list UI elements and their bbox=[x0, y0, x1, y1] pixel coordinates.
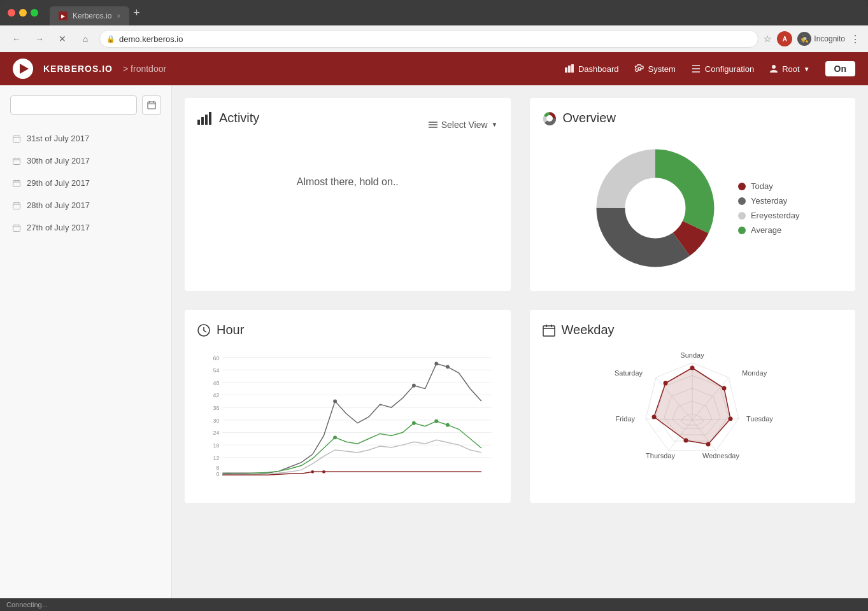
svg-rect-6 bbox=[13, 136, 20, 142]
nav-configuration[interactable]: Configuration bbox=[691, 64, 754, 74]
svg-marker-99 bbox=[654, 368, 730, 444]
app-logo bbox=[13, 59, 33, 79]
browser-toolbar: ← → ✕ ⌂ 🔒 demo.kerberos.io ☆ A 🕵 Incogni… bbox=[0, 25, 868, 52]
legend-label: Average bbox=[751, 225, 781, 235]
tab-close-button[interactable]: × bbox=[117, 13, 120, 20]
select-view-arrow: ▼ bbox=[492, 121, 498, 128]
nav-user[interactable]: Root ▼ bbox=[769, 64, 809, 74]
svg-text:60: 60 bbox=[213, 355, 220, 362]
svg-rect-7 bbox=[13, 158, 20, 164]
hour-chart-svg: 60 54 48 42 36 30 24 18 12 6 0 bbox=[197, 350, 498, 477]
svg-point-106 bbox=[664, 381, 668, 386]
legend-label: Today bbox=[751, 181, 773, 191]
svg-rect-2 bbox=[571, 64, 574, 73]
sidebar-dates-list: 31st of July 2017 30th of July 2017 29th… bbox=[0, 127, 171, 239]
weekday-icon bbox=[543, 324, 555, 337]
home-button[interactable]: ⌂ bbox=[76, 30, 94, 48]
radar-chart-container: .radar-grid { fill: none; stroke: #ddd; … bbox=[543, 350, 843, 490]
header-nav: Dashboard System Configuration Root ▼ On bbox=[564, 61, 855, 76]
forward-button[interactable]: → bbox=[31, 30, 48, 48]
svg-point-70 bbox=[412, 384, 416, 388]
svg-point-78 bbox=[322, 470, 325, 474]
tab-favicon bbox=[59, 11, 68, 20]
dashboard-icon bbox=[564, 64, 574, 74]
sidebar-date-item[interactable]: 28th of July 2017 bbox=[0, 194, 171, 216]
svg-point-100 bbox=[690, 366, 695, 370]
svg-text:6: 6 bbox=[216, 465, 219, 471]
weekday-title: Weekday bbox=[543, 323, 843, 337]
hour-chart: 60 54 48 42 36 30 24 18 12 6 0 bbox=[197, 350, 498, 477]
incognito-label: Incognito bbox=[814, 34, 845, 43]
svg-point-75 bbox=[434, 419, 438, 423]
svg-rect-14 bbox=[209, 112, 211, 125]
minimize-button[interactable] bbox=[19, 9, 27, 17]
active-tab[interactable]: Kerberos.io × bbox=[50, 6, 129, 25]
svg-point-74 bbox=[412, 421, 416, 425]
select-view-button[interactable]: Select View ▼ bbox=[429, 120, 498, 130]
legend-dot bbox=[738, 212, 746, 220]
svg-rect-8 bbox=[13, 180, 20, 186]
calendar-icon bbox=[147, 101, 156, 109]
sidebar-search-input[interactable] bbox=[10, 95, 137, 115]
top-section-row: Activity Select View ▼ Almost there, hol… bbox=[185, 98, 855, 291]
nav-system[interactable]: System bbox=[634, 64, 676, 74]
legend-item: Ereyesterday bbox=[738, 211, 800, 220]
svg-point-3 bbox=[638, 67, 641, 70]
activity-title: Activity bbox=[197, 111, 259, 125]
legend-dot bbox=[738, 183, 746, 190]
legend-item: Average bbox=[738, 225, 800, 235]
app-breadcrumb: > frontdoor bbox=[123, 64, 166, 74]
svg-point-4 bbox=[772, 65, 776, 69]
sidebar-date-text: 29th of July 2017 bbox=[27, 178, 90, 188]
calendar-small-icon bbox=[13, 179, 20, 187]
activity-section: Activity Select View ▼ Almost there, hol… bbox=[185, 98, 511, 291]
svg-rect-5 bbox=[148, 102, 155, 109]
sidebar-date-item[interactable]: 29th of July 2017 bbox=[0, 172, 171, 194]
svg-text:Tuesday: Tuesday bbox=[746, 415, 773, 423]
close-button[interactable] bbox=[8, 9, 15, 17]
tab-bar: Kerberos.io × + bbox=[50, 0, 860, 25]
svg-rect-12 bbox=[201, 117, 204, 125]
svg-rect-79 bbox=[543, 326, 555, 336]
svg-rect-13 bbox=[205, 115, 208, 125]
sidebar-date-item[interactable]: 30th of July 2017 bbox=[0, 150, 171, 172]
calendar-button[interactable] bbox=[142, 95, 161, 115]
legend-label: Ereyesterday bbox=[751, 211, 800, 220]
app-wrapper: KERBEROS.IO > frontdoor Dashboard System… bbox=[0, 52, 868, 598]
status-text: Connecting... bbox=[6, 601, 48, 608]
svg-point-104 bbox=[684, 439, 688, 443]
bookmark-button[interactable]: ☆ bbox=[764, 34, 772, 44]
maximize-button[interactable] bbox=[31, 9, 38, 17]
svg-text:0: 0 bbox=[216, 471, 219, 477]
back-button[interactable]: ← bbox=[8, 30, 25, 48]
sidebar-date-item[interactable]: 27th of July 2017 bbox=[0, 216, 171, 239]
system-icon bbox=[634, 64, 644, 74]
donut-legend: Today Yesterday Ereyesterday Average bbox=[738, 181, 800, 235]
calendar-small-icon bbox=[13, 202, 20, 209]
donut-chart bbox=[585, 138, 725, 278]
svg-point-103 bbox=[706, 442, 711, 447]
svg-text:Friday: Friday bbox=[616, 415, 636, 423]
extension-button[interactable]: A bbox=[777, 31, 792, 46]
browser-menu-button[interactable]: ⋮ bbox=[850, 33, 860, 45]
svg-point-23 bbox=[629, 181, 682, 235]
address-bar[interactable]: 🔒 demo.kerberos.io bbox=[99, 30, 758, 48]
svg-text:Saturday: Saturday bbox=[615, 369, 643, 377]
app-header: KERBEROS.IO > frontdoor Dashboard System… bbox=[0, 52, 868, 85]
svg-text:24: 24 bbox=[213, 430, 220, 436]
incognito-button[interactable]: 🕵 Incognito bbox=[797, 32, 845, 46]
clock-icon bbox=[197, 324, 210, 337]
on-toggle-button[interactable]: On bbox=[825, 61, 855, 76]
svg-point-101 bbox=[722, 386, 727, 391]
reload-button[interactable]: ✕ bbox=[53, 30, 71, 48]
nav-dashboard[interactable]: Dashboard bbox=[564, 64, 619, 74]
svg-text:Wednesday: Wednesday bbox=[702, 452, 739, 460]
status-bar: Connecting... bbox=[0, 598, 868, 611]
legend-label: Yesterday bbox=[751, 196, 787, 206]
main-content: Activity Select View ▼ Almost there, hol… bbox=[172, 85, 868, 598]
sidebar-date-item[interactable]: 31st of July 2017 bbox=[0, 127, 171, 150]
new-tab-button[interactable]: + bbox=[133, 7, 140, 18]
lock-icon: 🔒 bbox=[106, 35, 115, 43]
sidebar-search-area bbox=[10, 95, 161, 115]
config-icon bbox=[691, 64, 701, 74]
